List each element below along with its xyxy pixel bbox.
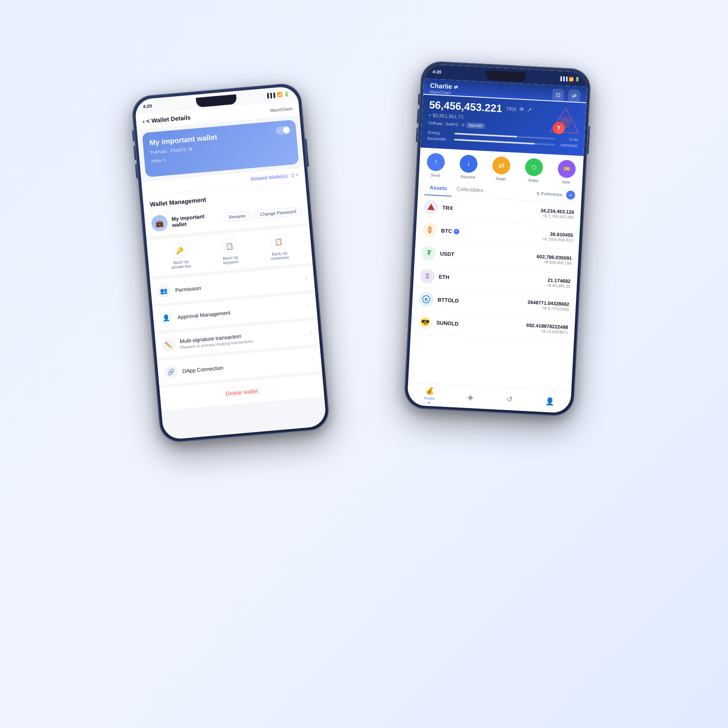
hide-balance-button[interactable]: 👁 bbox=[519, 106, 525, 113]
backup-mnemonic[interactable]: 📋 Back Up mnemonic bbox=[269, 234, 290, 261]
sun-name: SUNOLD bbox=[436, 320, 523, 330]
send-icon: ↑ bbox=[427, 152, 445, 171]
nav-history[interactable]: ↺ bbox=[506, 394, 512, 404]
left-phone: 4:20 ▐▐▐ 📶 🔋 ‹ < Wallet Details MainChai… bbox=[131, 82, 330, 443]
approval-title: Approval Management bbox=[178, 303, 303, 320]
btt-logo: B bbox=[419, 292, 434, 307]
dapp-title: DApp Connection bbox=[182, 357, 308, 374]
nav-profile-icon: 👤 bbox=[545, 396, 554, 406]
wallet-card: My important wallet THPvaU...Fhn5YC ⧉ In… bbox=[142, 120, 299, 178]
tron-logo-decoration bbox=[548, 105, 582, 139]
wallet-avatar: 💼 bbox=[151, 214, 168, 232]
right-volume-up-button bbox=[417, 109, 419, 123]
balance-currency: TRX bbox=[506, 106, 517, 112]
nav-assets-dot bbox=[428, 402, 430, 403]
time-left: 4:20 bbox=[143, 104, 152, 109]
btt-values: 2648771.04328662 ≈$ 6.77419355 bbox=[527, 299, 569, 311]
keystore-icon: 📋 bbox=[222, 238, 237, 254]
rename-button[interactable]: Rename bbox=[223, 211, 251, 222]
status-icons-left: ▐▐▐ 📶 🔋 bbox=[265, 91, 290, 98]
eth-logo: Ξ bbox=[420, 269, 435, 284]
non-hd-badge: Non-HD bbox=[466, 122, 485, 129]
trx-logo bbox=[423, 199, 439, 215]
nav-profile[interactable]: 👤 bbox=[545, 396, 554, 406]
backup-keystore[interactable]: 📋 Back Up keystore bbox=[221, 238, 239, 265]
bandwidth-value: 4000/5000 bbox=[557, 143, 578, 148]
asset-list: TRX 34,234,453.126 ≈$ 2,760,842.982 ₿ BT… bbox=[411, 195, 581, 342]
expand-balance-button[interactable]: ↗ bbox=[527, 107, 532, 114]
swap-icon: ⇄ bbox=[492, 156, 510, 175]
network-label-left: MainChain bbox=[270, 106, 292, 113]
change-password-button[interactable]: Change Password bbox=[254, 206, 302, 219]
stake-button[interactable]: ⬡ Stake bbox=[524, 158, 543, 183]
wallet-toggle[interactable] bbox=[275, 126, 291, 135]
usdt-logo: ₮ bbox=[421, 245, 436, 261]
switch-account-button[interactable]: ⇄ bbox=[568, 89, 581, 102]
volume-up-button bbox=[133, 145, 136, 160]
wallet-address-right: THPwer...5wtfYC bbox=[428, 121, 459, 127]
power-button bbox=[305, 138, 309, 167]
bandwidth-label: Bandwidth bbox=[427, 136, 451, 142]
vote-button[interactable]: 🎫 Vote bbox=[557, 159, 576, 184]
receive-icon: ↓ bbox=[459, 154, 478, 173]
receive-button[interactable]: ↓ Receive bbox=[459, 154, 478, 179]
balance-amount: 56,456,453.221 bbox=[429, 99, 502, 114]
usdt-values: 602,786.035091 ≈$ 606,000.199 bbox=[536, 254, 572, 266]
nav-assets[interactable]: 💰 Assets bbox=[423, 386, 435, 404]
left-screen-content: ‹ < Wallet Details MainChain My importan… bbox=[135, 100, 327, 440]
tab-collectibles[interactable]: Collectibles bbox=[451, 182, 489, 199]
left-screen: 4:20 ▐▐▐ 📶 🔋 ‹ < Wallet Details MainChai… bbox=[134, 86, 327, 440]
svg-text:B: B bbox=[425, 297, 428, 301]
btc-name: BTC ✓ bbox=[441, 228, 538, 239]
multisig-icon: ✏️ bbox=[162, 338, 176, 352]
btt-name: BTTOLD bbox=[437, 297, 523, 307]
eth-name: ETH bbox=[438, 274, 543, 285]
right-mute-button bbox=[418, 93, 420, 105]
scan-qr-button[interactable]: ⊡ bbox=[552, 89, 565, 102]
trx-values: 34,234,453.126 ≈$ 2,760,842.982 bbox=[540, 208, 574, 220]
trx-name: TRX bbox=[442, 205, 536, 216]
right-phone: 4:20 ▐▐▐ 📶 🔋 Charlie ⇄ MainChain bbox=[404, 61, 591, 417]
svg-marker-2 bbox=[427, 203, 435, 210]
energy-fill bbox=[454, 133, 517, 138]
add-asset-button[interactable]: + bbox=[566, 190, 575, 200]
mnemonic-icon: 📋 bbox=[271, 234, 286, 250]
btc-verified-badge: ✓ bbox=[453, 229, 459, 235]
right-screen: 4:20 ▐▐▐ 📶 🔋 Charlie ⇄ MainChain bbox=[407, 64, 588, 413]
stake-icon: ⬡ bbox=[525, 158, 543, 176]
sun-logo: 😎 bbox=[417, 315, 433, 330]
private-key-icon: 🔑 bbox=[172, 242, 188, 258]
nav-history-icon: ↺ bbox=[506, 394, 512, 404]
right-power-button bbox=[587, 126, 590, 154]
header-icons: ⊡ ⇄ bbox=[552, 89, 580, 102]
status-icons-right: ▐▐▐ 📶 🔋 bbox=[559, 76, 580, 82]
energy-label: Energy bbox=[427, 130, 452, 135]
nav-market[interactable]: ◈ bbox=[468, 392, 474, 402]
right-scroll-content: Charlie ⇄ MainChain ⊡ ⇄ bbox=[408, 78, 587, 391]
wallet-rename-name: My important wallet bbox=[171, 212, 220, 228]
approval-icon: 👤 bbox=[159, 311, 174, 325]
sun-values: 692.418878222498 ≈$ 13.5483871 bbox=[526, 322, 568, 334]
backup-private-key[interactable]: 🔑 Back Up private key bbox=[169, 242, 191, 270]
volume-down-button bbox=[135, 164, 138, 178]
mainchain-label-right: MainChain bbox=[430, 89, 457, 96]
preference-button[interactable]: ⇅ Preference + bbox=[536, 189, 576, 200]
eth-values: 21.174682 ≈$ 85,885.35 bbox=[547, 277, 571, 289]
tab-assets[interactable]: Assets bbox=[424, 180, 452, 196]
usdt-name: USDT bbox=[440, 251, 533, 262]
btc-values: 30.810455 ≈$ 1555,934.813 bbox=[542, 231, 573, 243]
btc-logo: ₿ bbox=[422, 222, 438, 238]
permission-title: Permission bbox=[175, 276, 301, 293]
bandwidth-fill bbox=[454, 139, 535, 144]
send-button[interactable]: ↑ Send bbox=[426, 152, 445, 178]
eth-usd: ≈$ 85,885.35 bbox=[547, 283, 571, 289]
vote-icon: 🎫 bbox=[557, 159, 576, 178]
nav-assets-icon: 💰 bbox=[425, 386, 434, 396]
back-button[interactable]: ‹ < Wallet Details bbox=[142, 114, 191, 125]
permission-icon: 👥 bbox=[157, 284, 171, 298]
balance-section: 56,456,453.221 TRX 👁 ↗ ≈ $3,951,951.71 T… bbox=[421, 95, 586, 156]
dapp-icon: 🔗 bbox=[164, 365, 178, 379]
time-right: 4:20 bbox=[432, 69, 442, 74]
swap-button[interactable]: ⇄ Swap bbox=[492, 156, 511, 181]
right-volume-down-button bbox=[416, 127, 418, 142]
